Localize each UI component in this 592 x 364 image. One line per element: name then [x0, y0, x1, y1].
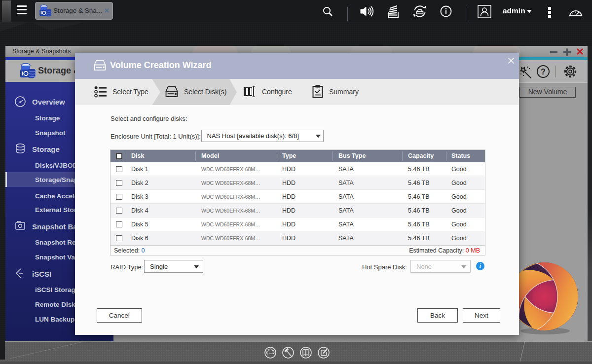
svg-text:?: ? [541, 68, 546, 76]
